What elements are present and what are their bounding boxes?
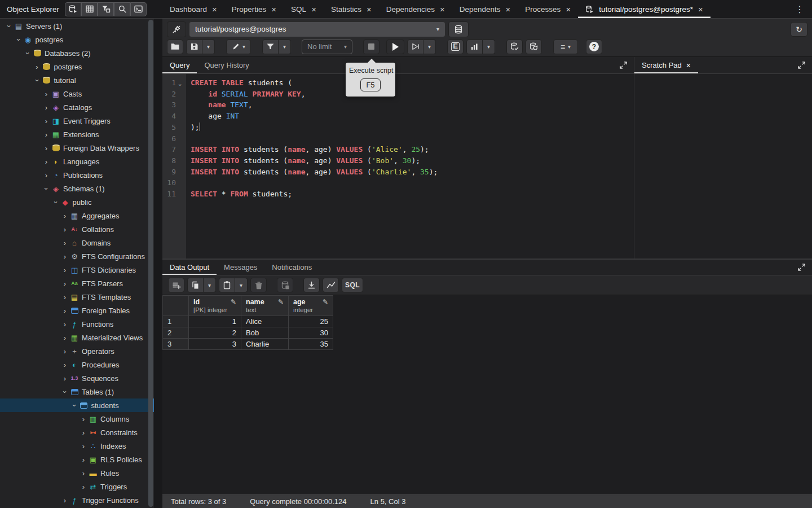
close-icon[interactable]: × xyxy=(686,61,691,70)
edit-column-icon[interactable]: ✎ xyxy=(315,298,328,306)
tree-item-indexes[interactable]: ›∴Indexes xyxy=(0,439,154,453)
tab-data-output[interactable]: Data Output xyxy=(162,260,217,275)
code-line[interactable]: INSERT INTO students (name, age) VALUES … xyxy=(191,144,634,155)
tab-sql[interactable]: SQL× xyxy=(284,0,324,18)
tree-item-columns[interactable]: ›▥Columns xyxy=(0,412,154,426)
open-file-button[interactable] xyxy=(167,40,183,54)
chevron-right-icon[interactable]: › xyxy=(60,361,69,369)
cell-name[interactable]: Alice xyxy=(241,316,289,327)
tab-messages[interactable]: Messages xyxy=(217,260,264,275)
copy-options-button[interactable]: ▾ xyxy=(204,278,216,292)
macros-button[interactable]: ≡ ▾ xyxy=(553,40,578,54)
tree-item-fts-dictionaries[interactable]: ›◫FTS Dictionaries xyxy=(0,263,154,277)
chevron-down-icon[interactable]: › xyxy=(24,49,32,58)
explain-analyze-button[interactable] xyxy=(466,40,483,54)
chevron-right-icon[interactable]: › xyxy=(79,415,88,423)
edit-column-icon[interactable]: ✎ xyxy=(223,298,236,306)
tree-item-operators[interactable]: ›+Operators xyxy=(0,344,154,358)
close-icon[interactable]: × xyxy=(698,5,703,14)
tab-dashboard[interactable]: Dashboard× xyxy=(162,0,224,18)
cell-id[interactable]: 2 xyxy=(189,327,241,339)
chevron-down-icon[interactable]: › xyxy=(5,21,14,30)
tree-item-catalogs[interactable]: ›◈Catalogs xyxy=(0,100,154,114)
tree-item-languages[interactable]: ›◗Languages xyxy=(0,155,154,168)
graph-visualiser-button[interactable] xyxy=(323,278,339,292)
code-line[interactable]: ); xyxy=(191,122,634,133)
edit-menu-button[interactable]: ▾ xyxy=(226,40,251,54)
chevron-right-icon[interactable]: › xyxy=(60,320,69,329)
tree-item-fts-parsers[interactable]: ›AaFTS Parsers xyxy=(0,277,154,290)
tree-item-functions[interactable]: ›ƒFunctions xyxy=(0,317,154,331)
tab-processes[interactable]: Processes× xyxy=(518,0,578,18)
explain-button[interactable]: E xyxy=(447,40,464,54)
filter-options-button[interactable]: ▾ xyxy=(279,40,291,54)
code-line[interactable]: ​ xyxy=(191,133,634,144)
cell-name[interactable]: Charlie xyxy=(241,339,289,350)
add-row-button[interactable] xyxy=(168,278,184,292)
row-number[interactable]: 2 xyxy=(163,327,189,339)
code-line[interactable]: ​ xyxy=(191,177,634,189)
column-header-name[interactable]: name✎text xyxy=(241,296,289,316)
chevron-right-icon[interactable]: › xyxy=(60,212,69,220)
tree-item-event-triggers[interactable]: ›◨Event Triggers xyxy=(0,114,154,128)
chevron-down-icon[interactable]: › xyxy=(33,76,41,85)
tab-notifications[interactable]: Notifications xyxy=(264,260,319,275)
tree-item-students[interactable]: ›students xyxy=(0,398,154,412)
tree-item-schemas-1[interactable]: ›◈Schemas (1) xyxy=(0,182,154,195)
tree-item-domains[interactable]: ›⌂Domains xyxy=(0,236,154,249)
close-icon[interactable]: × xyxy=(271,5,276,14)
tab-tutorial-postgres-postgres[interactable]: tutorial/postgres@postgres*× xyxy=(578,0,710,18)
tree-item-fts-configurations[interactable]: ›⚙FTS Configurations xyxy=(0,249,154,263)
filter-button[interactable] xyxy=(262,40,279,54)
chevron-right-icon[interactable]: › xyxy=(60,293,69,301)
query-tool-button[interactable] xyxy=(65,2,81,16)
close-icon[interactable]: × xyxy=(440,5,445,14)
edit-column-icon[interactable]: ✎ xyxy=(270,298,284,306)
tree-item-constraints[interactable]: ›▸◂Constraints xyxy=(0,426,154,439)
tree-item-rules[interactable]: ›▬Rules xyxy=(0,466,154,480)
column-header-id[interactable]: id✎[PK] integer xyxy=(189,296,241,316)
download-results-button[interactable] xyxy=(303,278,320,292)
code-line[interactable]: age INT xyxy=(191,111,634,122)
expand-scratch-pad-button[interactable] xyxy=(795,57,809,73)
chevron-right-icon[interactable]: › xyxy=(79,442,88,450)
close-icon[interactable]: × xyxy=(367,5,372,14)
execute-options-button[interactable]: ▾ xyxy=(423,40,436,54)
tree-item-collations[interactable]: ›A↓Collations xyxy=(0,222,154,236)
tree-item-triggers[interactable]: ›⇄Triggers xyxy=(0,480,154,493)
fold-chevron-icon[interactable]: › xyxy=(174,79,186,87)
cell-age[interactable]: 35 xyxy=(289,339,333,350)
tab-dependencies[interactable]: Dependencies× xyxy=(379,0,452,18)
chevron-right-icon[interactable]: › xyxy=(79,469,88,478)
close-icon[interactable]: × xyxy=(506,5,511,14)
tree-item-fts-templates[interactable]: ›▤FTS Templates xyxy=(0,290,154,304)
view-data-button[interactable] xyxy=(81,2,98,16)
chevron-right-icon[interactable]: › xyxy=(42,90,51,98)
close-icon[interactable]: × xyxy=(311,5,316,14)
cell-id[interactable]: 3 xyxy=(189,339,241,350)
chevron-right-icon[interactable]: › xyxy=(42,157,51,166)
chevron-down-icon[interactable]: › xyxy=(42,184,51,193)
more-menu-button[interactable]: ⋮ xyxy=(787,0,812,18)
tab-properties[interactable]: Properties× xyxy=(224,0,284,18)
rollback-button[interactable] xyxy=(526,40,542,54)
chevron-right-icon[interactable]: › xyxy=(79,428,88,437)
tab-dependents[interactable]: Dependents× xyxy=(452,0,518,18)
code-line[interactable]: id SERIAL PRIMARY KEY, xyxy=(191,89,634,100)
chevron-right-icon[interactable]: › xyxy=(79,483,88,491)
chevron-right-icon[interactable]: › xyxy=(79,456,88,464)
tree-item-rls-policies[interactable]: ›▣RLS Policies xyxy=(0,453,154,466)
sql-editor[interactable]: 1›234567891011 CREATE TABLE students ( i… xyxy=(162,74,634,259)
tree-item-sequences[interactable]: ›1.3Sequences xyxy=(0,371,154,385)
chevron-right-icon[interactable]: › xyxy=(42,103,51,112)
chevron-down-icon[interactable]: › xyxy=(70,401,78,410)
tree-item-foreign-tables[interactable]: ›Foreign Tables xyxy=(0,304,154,317)
psql-tool-button[interactable] xyxy=(130,2,147,16)
connection-select[interactable]: tutorial/postgres@postgres ▾ xyxy=(189,21,445,37)
sidebar-splitter[interactable] xyxy=(154,19,162,508)
editor-code[interactable]: CREATE TABLE students ( id SERIAL PRIMAR… xyxy=(186,74,634,259)
explain-options-button[interactable]: ▾ xyxy=(483,40,495,54)
code-line[interactable]: INSERT INTO students (name, age) VALUES … xyxy=(191,155,634,167)
chevron-right-icon[interactable]: › xyxy=(42,171,51,179)
close-icon[interactable]: × xyxy=(566,5,571,14)
